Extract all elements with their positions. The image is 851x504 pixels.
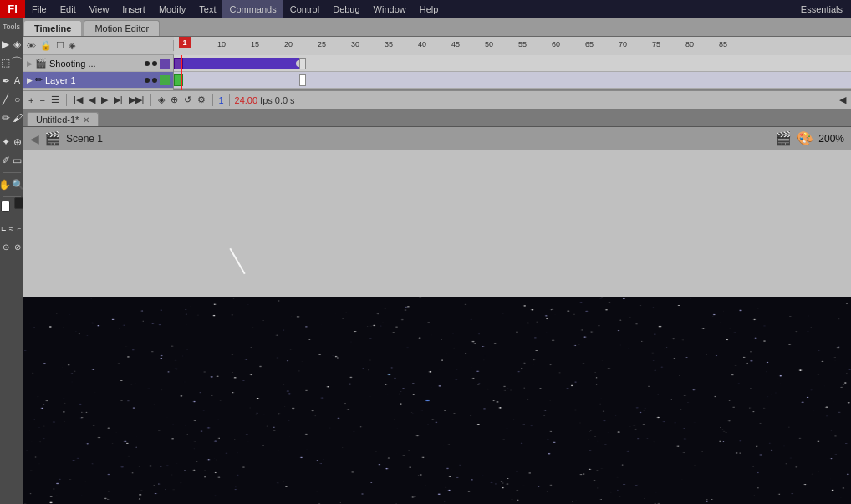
play-btn[interactable]: ▶ — [99, 94, 110, 105]
text-tool[interactable]: A — [12, 73, 23, 89]
straighten-tool[interactable]: ⌐ — [16, 220, 23, 237]
prev-frame-btn[interactable]: ◀ — [87, 94, 97, 105]
bone-tool[interactable]: ✦ — [0, 134, 11, 150]
layer1-dot-1 — [145, 78, 150, 83]
layer-color-shooting — [160, 59, 170, 69]
layer-color-layer1 — [160, 75, 170, 85]
cursor-line — [229, 248, 245, 274]
last-frame-btn[interactable]: ▶▶| — [127, 94, 146, 105]
menu-modify[interactable]: Modify — [152, 0, 192, 18]
fill-color[interactable] — [14, 197, 23, 209]
tool-row-11: ⊙ ⊘ — [0, 237, 23, 256]
fps-label: fps — [260, 95, 273, 105]
track-row-layer1 — [174, 72, 851, 89]
lasso-tool[interactable]: ⌒ — [11, 54, 23, 71]
ruler-mark-50: 50 — [485, 40, 493, 48]
menu-insert[interactable]: Insert — [115, 0, 152, 18]
tab-motion-editor[interactable]: Motion Editor — [84, 20, 160, 36]
selection-tool[interactable]: ▶ — [0, 36, 11, 53]
ruler-mark-40: 40 — [418, 40, 426, 48]
extra-tool-2[interactable]: ⊘ — [12, 238, 23, 255]
track-area — [174, 55, 851, 90]
stroke-color[interactable] — [1, 201, 10, 212]
layer-row-shooting[interactable]: ▶ 🎬 Shooting ... — [23, 55, 173, 72]
track-row-shooting — [174, 55, 851, 72]
paint-bucket-tool[interactable]: ⊕ — [12, 134, 23, 150]
timeline-eye-icon[interactable]: 👁 — [27, 41, 36, 51]
time-label: s — [290, 95, 295, 105]
playhead-line — [181, 55, 182, 90]
tl-sep-2 — [150, 94, 151, 106]
current-frame: 1 — [218, 95, 223, 105]
brush-tool[interactable]: 🖌 — [12, 109, 23, 126]
menu-file[interactable]: File — [25, 0, 54, 18]
ruler-mark-75: 75 — [652, 40, 660, 48]
scene-icon: 🎬 — [44, 130, 61, 146]
free-transform-tool[interactable]: ⬚ — [0, 54, 10, 71]
pencil-tool[interactable]: ✏ — [0, 109, 11, 126]
sync-btn[interactable]: ↺ — [182, 94, 193, 105]
tab-timeline[interactable]: Timeline — [23, 20, 82, 36]
eraser-tool[interactable]: ▭ — [12, 152, 23, 169]
playhead-frame-marker[interactable]: 1 — [179, 37, 191, 48]
first-frame-btn[interactable]: |◀ — [72, 94, 84, 105]
ruler-mark-45: 45 — [451, 40, 460, 48]
menu-edit[interactable]: Edit — [54, 0, 83, 18]
fps-value: 24.00 — [235, 95, 258, 105]
scene-bar: ◀ 🎬 Scene 1 🎬 🎨 200% — [23, 127, 851, 150]
doc-tab-close[interactable]: ✕ — [83, 115, 89, 125]
tl-sep-4 — [229, 94, 230, 106]
canvas-wrapper — [23, 150, 851, 504]
tools-panel: Tools ▶ ◈ ⬚ ⌒ ✒ A ╱ ○ ✏ 🖌 ✦ ⊕ ✐ ▭ — [0, 18, 23, 504]
layer-track-area: ▶ 🎬 Shooting ... ▶ ✏ Layer 1 — [23, 55, 851, 90]
tool-row-10: ⊏ ≈ ⌐ — [0, 219, 23, 237]
back-arrow-icon[interactable]: ◀ — [30, 132, 39, 145]
layer-row-layer1[interactable]: ▶ ✏ Layer 1 — [23, 72, 173, 89]
starfield-canvas — [23, 297, 851, 504]
right-content: Timeline Motion Editor 👁 🔒 ☐ ◈ 510152025… — [23, 18, 851, 504]
subselection-tool[interactable]: ◈ — [12, 36, 23, 53]
onion-skin-btn[interactable]: ◈ — [156, 94, 166, 105]
doc-tab-untitled[interactable]: Untitled-1* ✕ — [27, 112, 99, 126]
delete-layer-btn[interactable]: − — [38, 95, 46, 105]
line-tool[interactable]: ╱ — [0, 91, 11, 108]
eyedropper-tool[interactable]: ✐ — [0, 152, 11, 169]
hand-tool[interactable]: ✋ — [0, 176, 11, 193]
settings-btn[interactable]: ⚙ — [196, 94, 207, 105]
extra-tool-1[interactable]: ⊙ — [0, 238, 11, 255]
center-frame-btn[interactable]: ⊕ — [169, 94, 180, 105]
menu-window[interactable]: Window — [367, 0, 413, 18]
tween-bar-shooting[interactable] — [174, 58, 304, 69]
layer-props-btn[interactable]: ☰ — [49, 94, 61, 105]
menu-debug[interactable]: Debug — [326, 0, 366, 18]
next-frame-btn[interactable]: ▶| — [112, 94, 125, 105]
tool-row-1: ▶ ◈ — [0, 35, 23, 53]
oval-tool[interactable]: ○ — [12, 91, 23, 108]
timeline-onion-icon[interactable]: ◈ — [69, 40, 75, 51]
timeline-scroll-left[interactable]: ◀ — [838, 94, 848, 104]
menu-commands[interactable]: Commands — [222, 0, 283, 18]
timeline-lock-icon[interactable]: 🔒 — [40, 40, 52, 51]
layer-shooting-controls — [145, 59, 170, 69]
menu-help[interactable]: Help — [413, 0, 446, 18]
menu-control[interactable]: Control — [283, 0, 326, 18]
scene-right-controls: 🎬 🎨 200% — [775, 130, 844, 146]
ruler-mark-20: 20 — [284, 40, 293, 48]
tool-row-9 — [0, 200, 23, 213]
zoom-level: 200% — [818, 133, 844, 145]
tool-row-2: ⬚ ⌒ — [0, 53, 23, 72]
smooth-tool[interactable]: ≈ — [8, 220, 14, 237]
snap-tool[interactable]: ⊏ — [0, 220, 7, 237]
menu-text[interactable]: Text — [192, 0, 222, 18]
layer-name-shooting: Shooting ... — [49, 59, 142, 69]
add-layer-btn[interactable]: + — [27, 95, 35, 105]
keyframe-layer1-end[interactable] — [299, 74, 306, 86]
timeline-outline-icon[interactable]: ☐ — [56, 40, 64, 51]
keyframe-shooting-end[interactable] — [299, 58, 306, 69]
app-logo: Fl — [0, 0, 25, 18]
menu-view[interactable]: View — [83, 0, 116, 18]
ruler-mark-35: 35 — [385, 40, 393, 48]
zoom-tool[interactable]: 🔍 — [12, 176, 24, 193]
pen-tool[interactable]: ✒ — [0, 73, 11, 89]
tool-row-7: ✐ ▭ — [0, 151, 23, 170]
